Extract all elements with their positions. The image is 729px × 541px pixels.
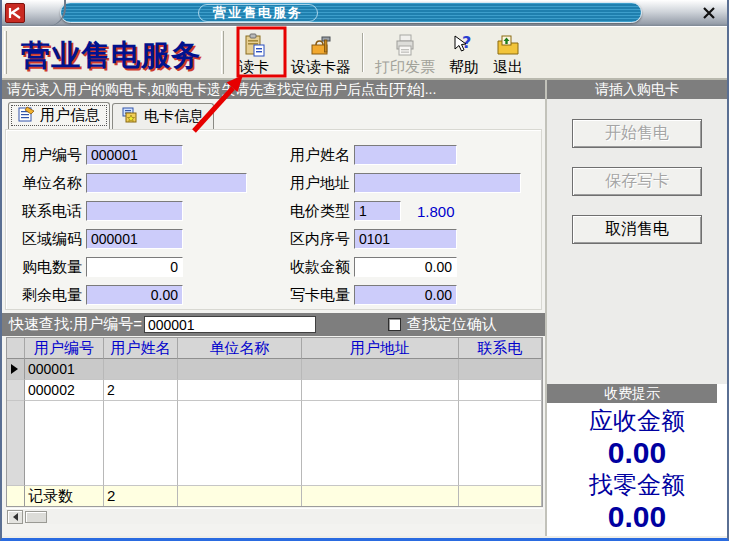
insert-card-prompt: 请插入购电卡 — [547, 80, 727, 99]
user-id-field — [86, 145, 183, 165]
print-invoice-button: 打印发票 — [370, 29, 440, 78]
help-label: 帮助 — [449, 58, 479, 77]
field-label: 用户编号 — [22, 146, 86, 165]
column-header[interactable]: 用户地址 — [302, 338, 459, 359]
user-address-field — [354, 173, 521, 193]
record-count-value: 2 — [104, 485, 178, 506]
read-card-button[interactable]: 读卡 — [234, 29, 274, 78]
scroll-left-icon[interactable] — [7, 510, 23, 524]
field-label: 收款金额 — [290, 258, 354, 277]
field-label: 写卡电量 — [290, 286, 354, 305]
horizontal-scrollbar[interactable] — [6, 508, 543, 524]
area-code-field — [86, 229, 183, 249]
write-card-energy-field — [354, 285, 457, 305]
table-row[interactable]: 000002 2 — [7, 380, 542, 401]
field-label: 区域编码 — [22, 230, 86, 249]
table-cell[interactable] — [178, 380, 302, 401]
change-amount-label: 找零金额 — [547, 469, 727, 500]
title-bar: 营业售电服务 — [2, 0, 727, 26]
app-logo-icon — [5, 3, 25, 23]
field-label: 区内序号 — [290, 230, 354, 249]
tab-card-info-label: 电卡信息 — [144, 107, 204, 126]
field-label: 用户地址 — [290, 174, 354, 193]
tab-user-info-label: 用户信息 — [40, 106, 100, 125]
set-reader-button[interactable]: 设读卡器 — [286, 29, 356, 78]
table-cell[interactable] — [459, 380, 542, 401]
page-title: 营业售电服务 — [9, 27, 219, 78]
table-cell[interactable] — [104, 359, 178, 380]
tab-user-info[interactable]: 用户信息 — [8, 102, 110, 129]
field-label: 电价类型 — [290, 202, 354, 221]
table-cell[interactable]: 000001 — [25, 359, 104, 380]
instruction-bar: 请先读入用户的购电卡,如购电卡遗失请先查找定位用户后点击[开始]... — [2, 80, 545, 99]
close-icon[interactable] — [699, 5, 719, 21]
table-empty-area — [7, 401, 542, 485]
column-header[interactable]: 单位名称 — [178, 338, 302, 359]
main-area: 请先读入用户的购电卡,如购电卡遗失请先查找定位用户后点击[开始]... 用户信息 — [2, 80, 727, 536]
table-cell[interactable] — [459, 359, 542, 380]
record-count-row: 记录数 2 — [7, 485, 542, 506]
card-reader-settings-icon — [309, 33, 333, 57]
start-sale-button: 开始售电 — [572, 119, 702, 148]
field-label: 购电数量 — [22, 258, 86, 277]
printer-icon — [393, 33, 417, 57]
fee-section: 收费提示 应收金额 0.00 找零金额 0.00 — [547, 384, 727, 536]
user-info-icon — [18, 106, 35, 125]
field-label: 用户姓名 — [290, 146, 354, 165]
print-invoice-label: 打印发票 — [375, 58, 435, 77]
column-header[interactable]: 用户编号 — [25, 338, 104, 359]
quick-search-bar: 快速查找:用户编号= 查找定位确认 — [2, 313, 545, 336]
locate-confirm-checkbox[interactable] — [388, 318, 401, 331]
purchase-amount-field[interactable] — [86, 257, 183, 277]
field-label: 联系电话 — [22, 202, 86, 221]
cancel-sale-button[interactable]: 取消售电 — [572, 215, 702, 244]
exit-icon — [496, 33, 520, 57]
quick-search-label: 快速查找:用户编号= — [9, 315, 142, 334]
set-reader-label: 设读卡器 — [291, 58, 351, 77]
amount-due-value: 0.00 — [547, 436, 727, 469]
exit-button[interactable]: 退出 — [488, 29, 528, 78]
phone-field — [86, 201, 183, 221]
toolbar: 营业售电服务 读卡 — [2, 26, 727, 80]
table-cell[interactable] — [178, 359, 302, 380]
unit-price-value: 1.800 — [417, 203, 455, 220]
tab-card-info[interactable]: 电卡信息 — [112, 103, 214, 129]
user-table: 用户编号 用户姓名 单位名称 用户地址 联系电 000001 — [6, 337, 543, 507]
locate-confirm-label: 查找定位确认 — [407, 315, 497, 334]
toolbar-grip — [4, 31, 7, 74]
help-button[interactable]: ? 帮助 — [444, 29, 484, 78]
row-selector-cell — [7, 359, 25, 380]
toolbar-separator — [362, 33, 364, 72]
payment-amount-field[interactable] — [354, 257, 457, 277]
quick-search-input[interactable] — [144, 316, 316, 333]
card-info-icon — [122, 107, 139, 126]
help-cursor-icon: ? — [452, 33, 476, 57]
field-label: 剩余电量 — [22, 286, 86, 305]
price-type-field — [354, 201, 401, 221]
fee-prompt-header: 收费提示 — [547, 384, 717, 403]
read-card-label: 读卡 — [239, 58, 269, 77]
column-header[interactable]: 用户姓名 — [104, 338, 178, 359]
current-row-arrow-icon — [11, 364, 18, 374]
change-amount-value: 0.00 — [547, 500, 727, 533]
user-name-field — [354, 145, 457, 165]
table-cell[interactable] — [302, 359, 459, 380]
record-count-label: 记录数 — [25, 485, 104, 506]
table-row[interactable]: 000001 — [7, 359, 542, 380]
amount-due-label: 应收金额 — [547, 405, 727, 436]
sale-buttons: 开始售电 保存写卡 取消售电 — [547, 99, 727, 244]
table-cell[interactable]: 2 — [104, 380, 178, 401]
app-window: 营业售电服务 营业售电服务 读卡 — [0, 0, 729, 541]
field-label: 单位名称 — [22, 174, 86, 193]
sequence-number-field — [354, 229, 457, 249]
tab-strip: 用户信息 电卡信息 — [2, 99, 545, 129]
table-cell[interactable] — [302, 380, 459, 401]
exit-label: 退出 — [493, 58, 523, 77]
titlebar-curve-decoration — [32, 0, 66, 26]
column-header[interactable]: 联系电 — [459, 338, 542, 359]
table-cell[interactable]: 000002 — [25, 380, 104, 401]
titlebar-blue-band — [60, 2, 642, 23]
save-write-card-button: 保存写卡 — [572, 167, 702, 196]
org-name-field — [86, 173, 247, 193]
scrollbar-thumb[interactable] — [25, 511, 47, 523]
